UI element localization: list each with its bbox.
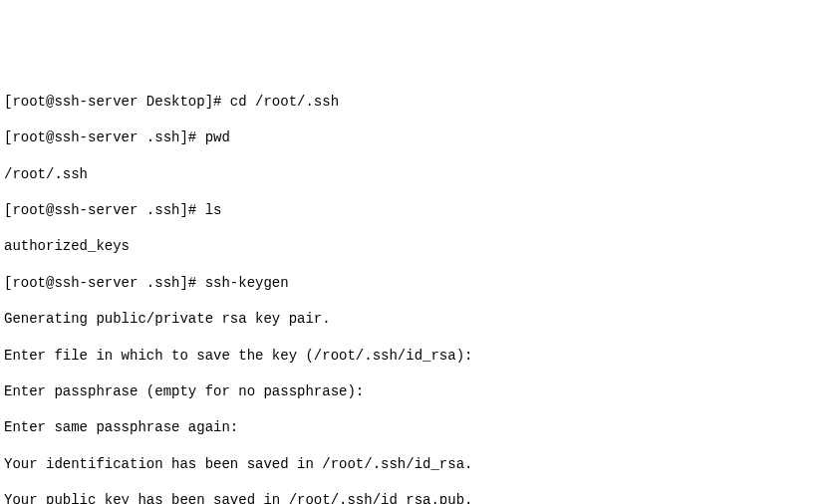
terminal-line: Your identification has been saved in /r… (4, 455, 834, 473)
terminal-line: Enter passphrase (empty for no passphras… (4, 382, 834, 400)
terminal-line: Your public key has been saved in /root/… (4, 491, 834, 504)
terminal-line: [root@ssh-server Desktop]# cd /root/.ssh (4, 93, 834, 111)
terminal-line: authorized_keys (4, 237, 834, 255)
terminal-output[interactable]: [root@ssh-server Desktop]# cd /root/.ssh… (4, 75, 834, 504)
terminal-line: Generating public/private rsa key pair. (4, 310, 834, 328)
terminal-line: Enter file in which to save the key (/ro… (4, 347, 834, 365)
terminal-line: Enter same passphrase again: (4, 418, 834, 436)
terminal-line: [root@ssh-server .ssh]# pwd (4, 128, 834, 146)
terminal-line: /root/.ssh (4, 165, 834, 183)
terminal-line: [root@ssh-server .ssh]# ls (4, 201, 834, 219)
terminal-line: [root@ssh-server .ssh]# ssh-keygen (4, 274, 834, 292)
